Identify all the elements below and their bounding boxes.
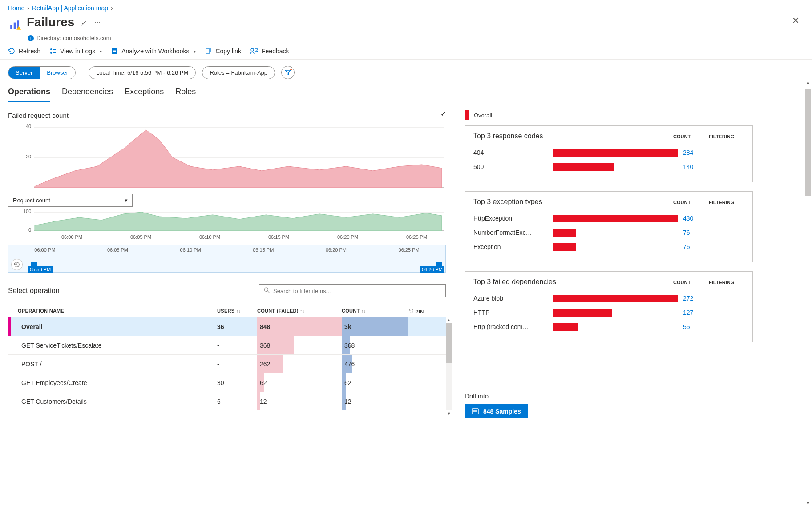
scroll-thumb[interactable] bbox=[446, 323, 452, 363]
table-scrollbar[interactable]: ▲ ▼ bbox=[446, 323, 452, 410]
op-users: 6 bbox=[217, 392, 257, 410]
col-count-failed[interactable]: COUNT (FAILED) ↑↓ bbox=[257, 308, 342, 314]
scroll-up-icon[interactable]: ▲ bbox=[446, 318, 452, 322]
summary-card: Top 3 failed dependencies COUNT FILTERIN… bbox=[465, 271, 753, 342]
add-filter-button[interactable]: ＋ bbox=[281, 66, 295, 79]
pin-icon[interactable] bbox=[81, 20, 88, 28]
op-users: - bbox=[217, 336, 257, 354]
metric-dropdown[interactable]: Request count ▾ bbox=[8, 194, 133, 207]
scroll-down-icon[interactable]: ▼ bbox=[446, 411, 452, 416]
browser-toggle[interactable]: Browser bbox=[40, 67, 75, 79]
copy-icon bbox=[205, 48, 212, 55]
table-row[interactable]: POST /-262476 bbox=[8, 354, 446, 373]
roles-filter-pill[interactable]: Roles = Fabrikam-App bbox=[202, 66, 275, 79]
row-count-link[interactable]: 55 bbox=[683, 323, 718, 330]
feedback-button[interactable]: Feedback bbox=[250, 48, 289, 55]
command-bar: Refresh View in Logs ▾ Analyze with Work… bbox=[0, 41, 812, 60]
copy-link-button[interactable]: Copy link bbox=[205, 48, 241, 55]
scroll-up-icon[interactable]: ▲ bbox=[805, 80, 811, 84]
svg-rect-1 bbox=[14, 23, 16, 29]
row-count-link[interactable]: 127 bbox=[683, 309, 718, 316]
tab-roles[interactable]: Roles bbox=[175, 87, 196, 102]
col-pin[interactable]: PIN bbox=[408, 308, 431, 314]
time-range-slider[interactable]: 06:00 PM06:05 PM06:10 PM06:15 PM06:20 PM… bbox=[8, 245, 446, 273]
row-name: Exception bbox=[473, 243, 553, 250]
card-col-count: COUNT bbox=[673, 200, 709, 205]
col-operation-name[interactable]: OPERATION NAME bbox=[8, 308, 217, 314]
chevron-right-icon: › bbox=[27, 4, 29, 12]
failed-request-chart[interactable]: 40 20 bbox=[8, 122, 444, 193]
separator bbox=[82, 67, 82, 78]
drill-into-panel: Drill into... 848 Samples bbox=[465, 386, 753, 418]
history-icon[interactable] bbox=[11, 259, 23, 270]
time-tick: 06:20 PM bbox=[337, 234, 358, 240]
tab-dependencies[interactable]: Dependencies bbox=[62, 87, 113, 102]
svg-rect-23 bbox=[472, 409, 478, 414]
more-icon[interactable]: ··· bbox=[94, 18, 101, 27]
drill-samples-button[interactable]: 848 Samples bbox=[465, 404, 528, 418]
breadcrumb-home[interactable]: Home bbox=[8, 4, 24, 12]
breadcrumb-app[interactable]: RetailApp | Application map bbox=[32, 4, 108, 12]
row-name: 500 bbox=[473, 163, 553, 170]
workbook-icon bbox=[111, 48, 118, 55]
row-bar bbox=[553, 243, 576, 251]
view-logs-button[interactable]: View in Logs ▾ bbox=[49, 48, 102, 55]
table-row[interactable]: Overall368483k bbox=[8, 317, 446, 336]
chevron-right-icon: › bbox=[111, 4, 113, 12]
row-count-link[interactable]: 140 bbox=[683, 163, 718, 170]
chevron-down-icon: ▾ bbox=[194, 49, 196, 54]
analyze-label: Analyze with Workbooks bbox=[121, 48, 189, 55]
feedback-label: Feedback bbox=[262, 48, 289, 55]
time-tick: 06:05 PM bbox=[107, 247, 128, 253]
time-tick: 06:10 PM bbox=[180, 247, 201, 253]
search-operations-input[interactable] bbox=[259, 284, 446, 297]
row-count-link[interactable]: 430 bbox=[683, 215, 718, 222]
row-name: NumberFormatExc… bbox=[473, 229, 553, 236]
table-row[interactable]: GET ServiceTickets/Escalate-368368 bbox=[8, 336, 446, 354]
pin-chart-icon[interactable] bbox=[438, 110, 446, 120]
scroll-thumb[interactable] bbox=[805, 89, 811, 196]
op-count: 368 bbox=[342, 336, 408, 354]
card-col-filtering: FILTERING bbox=[709, 280, 744, 285]
time-tick: 06:00 PM bbox=[34, 247, 55, 253]
row-count-link[interactable]: 284 bbox=[683, 149, 718, 156]
svg-text:100: 100 bbox=[23, 209, 31, 214]
op-name: POST / bbox=[8, 355, 217, 373]
time-tick: 06:25 PM bbox=[399, 247, 420, 253]
plus-icon: ＋ bbox=[289, 67, 293, 72]
close-icon[interactable]: ✕ bbox=[792, 15, 800, 26]
page-title: Failures bbox=[27, 15, 74, 29]
op-users: 30 bbox=[217, 373, 257, 392]
request-count-chart[interactable]: 100 0 06:00 PM06:05 PM06:10 PM06:15 PM06… bbox=[8, 207, 444, 242]
table-row[interactable]: GET Customers/Details61212 bbox=[8, 392, 446, 410]
row-bar bbox=[553, 229, 576, 237]
server-browser-toggle[interactable]: Server Browser bbox=[8, 66, 76, 79]
time-tick: 06:15 PM bbox=[253, 247, 274, 253]
chevron-down-icon: ▾ bbox=[100, 49, 102, 54]
tab-operations[interactable]: Operations bbox=[8, 87, 50, 102]
page-header: Failures ··· ✕ bbox=[0, 13, 812, 35]
card-row: HTTP 127 bbox=[473, 305, 744, 320]
view-logs-label: View in Logs bbox=[60, 48, 95, 55]
row-name: HTTP bbox=[473, 309, 553, 316]
drill-into-title: Drill into... bbox=[465, 392, 753, 400]
row-count-link[interactable]: 76 bbox=[683, 229, 718, 236]
time-tick: 06:25 PM bbox=[406, 234, 427, 240]
search-field[interactable] bbox=[273, 288, 441, 294]
refresh-button[interactable]: Refresh bbox=[8, 48, 40, 55]
time-tick: 06:05 PM bbox=[130, 234, 151, 240]
page-scrollbar[interactable]: ▲ ▼ bbox=[805, 80, 811, 418]
table-row[interactable]: GET Employees/Create306262 bbox=[8, 373, 446, 392]
col-count[interactable]: COUNT ↑↓ bbox=[342, 308, 408, 314]
svg-point-12 bbox=[251, 48, 254, 51]
time-range-pill[interactable]: Local Time: 5/16 5:56 PM - 6:26 PM bbox=[89, 66, 196, 79]
analyze-workbooks-button[interactable]: Analyze with Workbooks ▾ bbox=[111, 48, 196, 55]
server-toggle[interactable]: Server bbox=[8, 67, 40, 79]
col-users[interactable]: USERS ↑↓ bbox=[217, 308, 257, 314]
tab-exceptions[interactable]: Exceptions bbox=[125, 87, 164, 102]
info-icon: i bbox=[28, 35, 34, 41]
row-count-link[interactable]: 272 bbox=[683, 295, 718, 302]
time-tick: 06:00 PM bbox=[61, 234, 82, 240]
op-count: 12 bbox=[342, 392, 408, 410]
row-count-link[interactable]: 76 bbox=[683, 243, 718, 250]
